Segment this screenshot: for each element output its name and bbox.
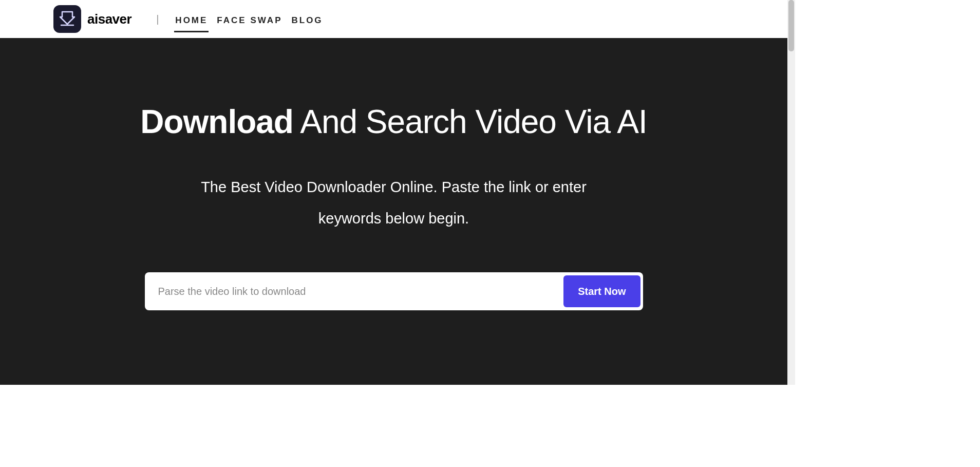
scrollbar-track[interactable]: ▲ [787,0,795,385]
brand-name: aisaver [87,11,131,27]
hero-section: Download And Search Video Via AI The Bes… [0,38,787,385]
nav-divider: | [156,13,159,25]
download-arrow-icon [58,10,77,28]
hero-subtitle: The Best Video Downloader Online. Paste … [199,172,589,234]
search-box: Start Now [145,272,643,310]
main-nav: HOME FACE SWAP BLOG [174,6,324,32]
start-now-button[interactable]: Start Now [563,275,640,307]
nav-home[interactable]: HOME [174,6,209,32]
hero-title-strong: Download [140,103,293,140]
logo-section[interactable]: aisaver [53,5,131,33]
nav-blog[interactable]: BLOG [290,6,324,32]
header-bar: aisaver | HOME FACE SWAP BLOG [0,0,787,38]
hero-title: Download And Search Video Via AI [140,104,647,140]
scrollbar-thumb[interactable] [788,0,794,51]
logo-icon [53,5,81,33]
nav-face-swap[interactable]: FACE SWAP [216,6,283,32]
url-input[interactable] [158,275,564,308]
hero-title-rest: And Search Video Via AI [293,103,647,140]
